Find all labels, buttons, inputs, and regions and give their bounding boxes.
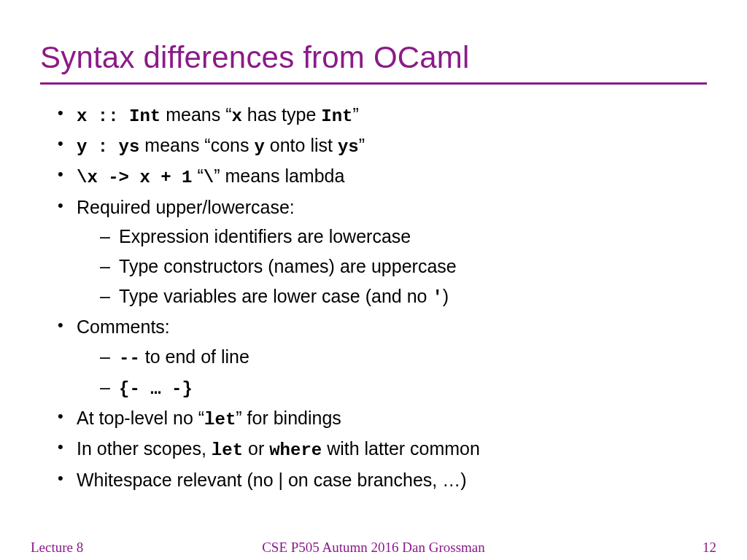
- footer-center: CSE P505 Autumn 2016 Dan Grossman: [0, 540, 747, 556]
- code: where: [269, 440, 322, 460]
- code: Int: [321, 106, 352, 126]
- code: ys: [338, 137, 359, 157]
- text: In other scopes,: [77, 438, 212, 459]
- sub-item: Type constructors (names) are uppercase: [100, 252, 707, 281]
- bullet-1: x :: Int means “x has type Int”: [58, 101, 707, 130]
- text: ” for bindings: [236, 408, 341, 428]
- code: --: [119, 349, 140, 368]
- text: Required upper/lowercase:: [77, 197, 295, 217]
- bullet-7: In other scopes, let or where with latte…: [58, 435, 707, 464]
- code: {- … -}: [119, 379, 193, 399]
- code: \: [204, 168, 214, 187]
- bullet-8: Whitespace relevant (no | on case branch…: [58, 466, 707, 494]
- text: At top-level no “: [77, 408, 204, 428]
- sub-item: -- to end of line: [100, 343, 707, 372]
- bullet-5: Comments: -- to end of line {- … -}: [58, 313, 707, 402]
- code: ': [432, 288, 442, 308]
- text: to end of line: [140, 346, 249, 367]
- sub-list: Expression identifiers are lowercase Typ…: [77, 222, 707, 311]
- code: y : ys: [77, 137, 139, 157]
- text: ”: [359, 135, 365, 155]
- code: x :: Int: [77, 106, 160, 126]
- title-rule: [40, 82, 707, 85]
- text: ): [443, 286, 449, 306]
- text: with latter common: [322, 438, 480, 459]
- bullet-4: Required upper/lowercase: Expression ide…: [58, 193, 707, 311]
- code: let: [212, 440, 243, 460]
- text: has type: [242, 104, 321, 125]
- text: Comments:: [77, 316, 170, 337]
- code: \x -> x + 1: [77, 168, 192, 187]
- bullet-list: x :: Int means “x has type Int” y : ys m…: [40, 101, 707, 494]
- text: means “: [160, 104, 231, 125]
- text: Type variables are lower case (and no: [119, 286, 432, 306]
- bullet-6: At top-level no “let” for bindings: [58, 404, 707, 433]
- slide: Syntax differences from OCaml x :: Int m…: [0, 0, 747, 560]
- footer-right: 12: [703, 540, 716, 556]
- bullet-3: \x -> x + 1 “\” means lambda: [58, 162, 707, 191]
- sub-item: Expression identifiers are lowercase: [100, 222, 707, 251]
- code: y: [254, 137, 264, 157]
- text: onto list: [265, 135, 338, 155]
- sub-item: Type variables are lower case (and no '): [100, 282, 707, 311]
- bullet-2: y : ys means “cons y onto list ys”: [58, 131, 707, 160]
- text: “: [192, 166, 203, 186]
- slide-title: Syntax differences from OCaml: [40, 40, 707, 75]
- text: means “cons: [139, 135, 254, 155]
- sub-item: {- … -}: [100, 373, 707, 402]
- code: x: [231, 106, 241, 126]
- text: ” means lambda: [214, 166, 344, 186]
- code: let: [204, 410, 236, 429]
- sub-list: -- to end of line {- … -}: [77, 343, 707, 402]
- text: ”: [353, 104, 359, 125]
- text: or: [243, 438, 269, 459]
